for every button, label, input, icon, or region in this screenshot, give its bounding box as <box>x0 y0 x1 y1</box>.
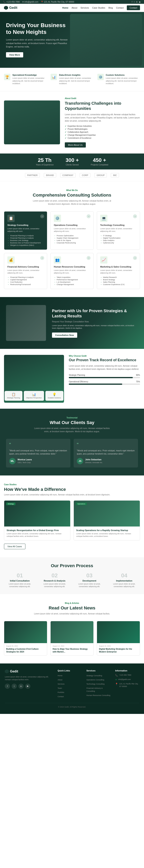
stat-projects-label: Projects Completed <box>91 164 108 166</box>
quick-link-about[interactable]: About <box>57 678 81 681</box>
badge-scalable: 💡 Scalable Solutions <box>45 391 64 401</box>
social-in[interactable]: in <box>136 1 138 3</box>
footer-service-2[interactable]: Operations Consulting <box>87 678 111 681</box>
service-hr: 👥 → Human Resources Consulting Lorem ips… <box>50 253 94 289</box>
nav-contact[interactable]: Contact <box>116 7 124 9</box>
track-content: Why Choose Gedit Our Proven Track Record… <box>69 355 140 403</box>
footer-service-4[interactable]: Financial Advisory & Consulting <box>87 686 111 692</box>
social-tw[interactable]: t <box>134 1 135 3</box>
footer-grid: Gedit Lorem ipsum dolor sit amet, consec… <box>5 670 139 699</box>
service-financial: 💰 → Financial Advisory Consulting Lorem … <box>4 253 47 289</box>
operations-item-4: Corporate Restructuring <box>54 242 90 244</box>
nav-home[interactable]: Home <box>62 7 68 9</box>
footer-info: Information 📞 +123 456 7890 ✉ info@gedit… <box>115 670 139 699</box>
author-1-role: CEO, Tech Corp <box>18 462 31 464</box>
stat-experience-number: 25 Th <box>36 157 54 163</box>
nav-case-studies[interactable]: Case Studies <box>92 7 105 9</box>
hero-cta-button[interactable]: View More <box>6 52 23 57</box>
step-4: 04 Implementation Lorem ipsum dolor sit … <box>109 572 140 588</box>
copyright-text: © 2024 Gedit. All Rights Reserved. <box>58 706 86 708</box>
feature-specialized-title: Specialized Knowledge <box>13 74 47 76</box>
logo-text: Gedit <box>9 6 17 9</box>
step-2-number: 02 <box>39 572 70 579</box>
data-icon: 📊 <box>51 74 57 80</box>
footer-desc: Lorem ipsum dolor sit amet, consectetur … <box>5 675 53 681</box>
marketing-arrow[interactable]: → <box>133 256 137 260</box>
email-icon: ✉ <box>115 678 117 681</box>
strategy-arrow[interactable]: → <box>40 214 44 218</box>
stat-projects: 450 + Projects Completed <box>91 157 108 166</box>
footer-logo-text: Gedit <box>10 670 18 673</box>
social-yt[interactable]: ▶ <box>139 1 141 3</box>
badge-objective: 📊 Objective Perspective <box>24 391 44 401</box>
quick-link-portfolio[interactable]: Portfolio <box>57 690 81 693</box>
service-strategy-desc: Lorem ipsum dolor sit amet, consectetur … <box>7 227 44 233</box>
hr-icon: 👥 <box>54 256 61 264</box>
operations-item-2: Supply Chain Management <box>54 237 90 239</box>
footer-social-in[interactable]: in <box>18 684 24 689</box>
service-financial-title: Financial Advisory Consulting <box>7 266 44 268</box>
partner-1: PARTNER <box>25 173 40 178</box>
all-cases-button[interactable]: View All Cases <box>4 544 25 549</box>
header: Gedit Home About Services Case Studies B… <box>0 4 144 12</box>
author-2-avatar: JS <box>77 458 83 464</box>
quick-link-contact[interactable]: Contact <box>57 695 81 698</box>
quick-link-home[interactable]: Home <box>57 674 81 677</box>
footer-social-tw[interactable]: t <box>11 684 17 689</box>
check-item-1: Expertise Across Industries <box>65 125 140 128</box>
nav-blog[interactable]: Blog <box>109 7 113 9</box>
service-operations-title: Operations Consulting <box>54 224 90 226</box>
marketing-icon: 📈 <box>100 256 107 264</box>
step-3: 03 Development Lorem ipsum dolor sit ame… <box>74 572 105 588</box>
testimonial-2-author: JS John Sebastian Director, Innovate Inc… <box>77 458 135 464</box>
footer-service-3[interactable]: Technology Consulting <box>87 682 111 685</box>
footer-social-yt[interactable]: ▶ <box>25 684 30 689</box>
hero-section: Driving Your Business to New Heights Lor… <box>0 12 144 68</box>
process-section: Our Proven Process 01 Initial Consultati… <box>0 557 144 594</box>
strategy-item-1: Financial Planning & Analysis <box>7 235 44 237</box>
service-financial-list: Financial Planning & Analysis Capital Ma… <box>7 276 44 286</box>
footer-service-1[interactable]: Strategy Consulting <box>87 674 111 677</box>
author-2-info: John Sebastian Director, Innovate Inc. <box>85 458 103 464</box>
blog-card-3[interactable]: August 10, 2024 · Digital Marketing Stra… <box>97 621 140 655</box>
hr-item-4: Change Management <box>54 283 90 286</box>
blog-card-1[interactable]: August 20, 2024 · Building a Customer-Fi… <box>4 621 47 655</box>
financial-item-2: Capital Management <box>7 279 44 281</box>
stats-section: 25 Th Years of Experience 300 + Clients … <box>0 154 144 169</box>
about-desc: Lorem ipsum dolor sit amet, consectetur … <box>65 113 140 123</box>
financial-arrow[interactable]: → <box>40 256 44 260</box>
consultation-button[interactable]: Consultation Now <box>52 333 77 338</box>
social-fb[interactable]: f <box>132 1 133 3</box>
contact-button[interactable]: Contact <box>127 5 140 10</box>
about-more-button[interactable]: More About Us <box>65 142 86 148</box>
stat-projects-number: 450 + <box>91 157 108 163</box>
nav-about[interactable]: About <box>72 7 77 9</box>
technology-arrow[interactable]: → <box>133 214 137 218</box>
features-section: 🏆 Specialized Knowledge Lorem ipsum dolo… <box>0 68 144 91</box>
footer-social-fb[interactable]: f <box>5 684 10 689</box>
about-content: About Gedit Transforming Challenges into… <box>65 97 140 148</box>
quick-link-team[interactable]: Team <box>57 686 81 689</box>
blog-heading-3: Digital Marketing Strategies for the Mod… <box>99 648 138 653</box>
about-label: About Gedit <box>65 97 140 99</box>
feature-specialized-text: Specialized Knowledge Lorem ipsum dolor … <box>13 74 47 85</box>
hr-arrow[interactable]: → <box>87 256 91 260</box>
technology-item-3: Data Analytics <box>100 239 137 242</box>
footer-services-list: Strategy Consulting Operations Consultin… <box>87 674 111 696</box>
feature-custom: ⚙️ Custom Solutions Lorem ipsum dolor si… <box>97 74 140 85</box>
main-nav: Home About Services Case Studies Blog Co… <box>62 5 140 10</box>
feature-data-title: Data-Driven Insights <box>59 74 93 76</box>
operations-arrow[interactable]: → <box>87 214 91 218</box>
quick-link-services[interactable]: Services <box>57 682 81 685</box>
blog-img-2 <box>51 621 93 643</box>
blog-heading-1: Building a Customer-First Culture: Strat… <box>6 648 45 653</box>
financial-item-3: Cost Reduction <box>7 281 44 283</box>
footer-services: Services Strategy Consulting Operations … <box>87 670 111 699</box>
blog-card-2[interactable]: August 14, 2024 · How to Align Your Busi… <box>50 621 94 655</box>
footer-service-5[interactable]: Human Resources Consulting <box>87 693 111 696</box>
quick-links-list: Home About Services Team Portfolio Conta… <box>57 674 81 698</box>
footer-bottom: © 2024 Gedit. All Rights Reserved. <box>5 703 139 708</box>
check-item-4: Change Management Expertise <box>65 133 140 136</box>
testimonials-section: Testimonial What Our Clients Say Lorem i… <box>0 409 144 475</box>
nav-services[interactable]: Services <box>80 7 89 9</box>
